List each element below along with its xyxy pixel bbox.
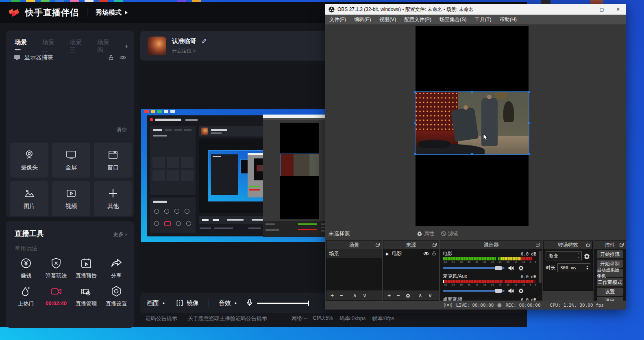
add-source-icon[interactable]: + xyxy=(387,292,391,299)
mode-caret-icon[interactable] xyxy=(125,11,128,15)
add-source-camera[interactable]: 摄像头 xyxy=(10,143,48,178)
remove-scene-icon[interactable]: − xyxy=(339,292,343,299)
start-recording-button[interactable]: 开始录制 xyxy=(597,260,623,268)
capture-source-row[interactable]: 显示器捕获 xyxy=(14,54,126,61)
menu-tools[interactable]: 工具(T) xyxy=(471,16,496,23)
screen-menu[interactable]: 画面 xyxy=(147,299,159,307)
scene-tab-1[interactable]: 场景一 xyxy=(15,39,32,54)
menu-scene-collection[interactable]: 场景集合(S) xyxy=(435,16,471,23)
edit-pencil-icon[interactable] xyxy=(201,39,207,44)
scene-list-item[interactable]: 场景 xyxy=(326,249,382,258)
eye-icon[interactable] xyxy=(120,55,126,60)
tool-danmu-play[interactable]: 弹幕玩法 xyxy=(41,257,71,279)
menu-view[interactable]: 视图(V) xyxy=(375,16,400,23)
virtual-camera-button[interactable]: 启动虚拟摄像机 xyxy=(597,269,623,277)
volume-slider[interactable] xyxy=(443,267,505,269)
unlock-icon[interactable] xyxy=(108,55,114,61)
scene-panel: 场景一 场景二 场景三 场景四 + 显示器捕获 清空 xyxy=(6,30,134,217)
source-list-item[interactable]: ▶ 电影 xyxy=(383,249,439,258)
add-source-window[interactable]: 窗口 xyxy=(94,143,132,178)
transitions-dock-header[interactable]: 转场特效 xyxy=(544,241,592,249)
minimize-button[interactable]: — xyxy=(577,4,594,15)
popout-icon[interactable] xyxy=(586,243,590,247)
move-down-icon[interactable]: ∨ xyxy=(363,292,367,299)
speaker-icon[interactable] xyxy=(508,265,515,271)
notice-link[interactable]: 关于恶意盗取主播验证码公告提示 xyxy=(188,315,267,322)
caret-up-icon[interactable]: ▲ xyxy=(162,301,165,305)
start-streaming-button[interactable]: 开始推流 xyxy=(597,250,623,258)
add-source-other[interactable]: 其他 xyxy=(94,181,132,216)
mixer-scrollbar[interactable] xyxy=(539,251,542,283)
obs-titlebar[interactable]: OBS 27.1.3 (32-bit, windows) - 配置文件: 未命名… xyxy=(325,4,626,15)
volume-slider[interactable] xyxy=(443,290,505,292)
display-capture-preview xyxy=(141,109,335,242)
speaker-icon[interactable] xyxy=(508,288,515,294)
menu-help[interactable]: 帮助(H) xyxy=(496,16,521,23)
popout-icon[interactable] xyxy=(620,243,624,247)
avatar[interactable] xyxy=(148,37,166,55)
tool-share[interactable]: 分享 xyxy=(102,257,131,279)
mode-switcher[interactable]: 秀场模式 xyxy=(96,9,122,17)
tool-trending[interactable]: 上热门 xyxy=(11,285,41,308)
popout-icon[interactable] xyxy=(376,243,380,247)
tool-live-settings[interactable]: 直播设置 xyxy=(102,285,131,308)
visible-eye-icon[interactable] xyxy=(423,251,429,256)
transition-select[interactable]: 渐变 ⌃⌄ xyxy=(546,251,582,260)
add-source-image[interactable]: 图片 xyxy=(10,181,48,216)
gear-icon[interactable] xyxy=(518,288,524,294)
popout-icon[interactable] xyxy=(433,243,437,247)
mic-volume-slider[interactable] xyxy=(257,303,309,304)
duration-label: 时长 xyxy=(546,264,555,271)
move-up-icon[interactable]: ∧ xyxy=(352,292,357,299)
mixer-dock-header[interactable]: 混音器 xyxy=(440,241,542,249)
source-properties-gear-icon[interactable] xyxy=(405,293,411,298)
properties-button[interactable]: 属性 xyxy=(413,230,437,238)
menu-profile[interactable]: 配置文件(P) xyxy=(400,16,435,23)
move-down-icon[interactable]: ∨ xyxy=(428,292,432,299)
add-source-fullscreen[interactable]: 全屏 xyxy=(52,143,90,178)
mirror-icon[interactable] xyxy=(176,300,183,306)
tool-live-manage[interactable]: 直播管理 xyxy=(72,285,101,308)
no-source-label: 未选择源 xyxy=(329,230,350,237)
location-toggle[interactable]: 开启定位 > xyxy=(172,48,196,54)
gear-icon[interactable] xyxy=(518,265,524,271)
add-scene-button[interactable]: + xyxy=(124,42,128,50)
studio-mode-button[interactable]: 工作室模式 xyxy=(597,278,623,286)
scene-tab-2[interactable]: 场景二 xyxy=(42,39,59,54)
hot-drop-icon xyxy=(20,285,32,297)
movie-source-selected[interactable] xyxy=(416,92,529,154)
capture-source-label: 显示器捕获 xyxy=(24,54,53,61)
lock-icon[interactable] xyxy=(432,251,436,256)
scene-tab-3[interactable]: 场景三 xyxy=(70,39,87,54)
duration-spinbox[interactable]: 300 ms ▲▼ xyxy=(557,263,590,272)
controls-dock-header[interactable]: 控件 xyxy=(594,241,626,249)
tool-earn-money[interactable]: 赚钱 xyxy=(11,257,41,279)
scenes-dock-header[interactable]: 场景 xyxy=(326,241,382,249)
transitions-dock: 转场特效 渐变 ⌃⌄ 时长 300 ms ▲ xyxy=(543,240,593,291)
obs-window: OBS 27.1.3 (32-bit, windows) - 配置文件: 未命名… xyxy=(325,4,626,310)
filters-button[interactable]: 滤镜 xyxy=(437,230,461,238)
add-scene-icon[interactable]: + xyxy=(331,292,334,299)
scene-tab-4[interactable]: 场景四 xyxy=(97,39,114,54)
notice-link[interactable]: 证码公告提示 xyxy=(146,315,177,322)
clear-button[interactable]: 清空 xyxy=(116,126,127,134)
settings-button[interactable]: 设置 xyxy=(597,288,623,296)
more-link[interactable]: 更多 › xyxy=(113,231,127,238)
caret-up-icon[interactable]: ▲ xyxy=(234,301,237,305)
tool-recording-timer[interactable]: 00:02:40 xyxy=(41,285,71,308)
sources-dock-header[interactable]: 来源 xyxy=(383,241,439,249)
maximize-button[interactable]: ▢ xyxy=(594,4,610,15)
obs-program-canvas[interactable] xyxy=(416,26,529,226)
add-source-video[interactable]: 视频 xyxy=(52,181,90,216)
sound-menu[interactable]: 音效 xyxy=(219,299,231,307)
close-button[interactable]: ✕ xyxy=(610,4,626,15)
tool-live-preview[interactable]: 直播预告 xyxy=(72,257,101,279)
popout-icon[interactable] xyxy=(536,243,540,247)
transition-gear-icon[interactable] xyxy=(583,253,590,260)
mirror-label[interactable]: 镜像 xyxy=(187,299,199,307)
remove-source-icon[interactable]: − xyxy=(396,292,400,299)
menu-edit[interactable]: 编辑(E) xyxy=(350,16,375,23)
microphone-icon[interactable] xyxy=(246,299,253,307)
move-up-icon[interactable]: ∧ xyxy=(418,292,422,299)
menu-file[interactable]: 文件(F) xyxy=(325,16,350,23)
